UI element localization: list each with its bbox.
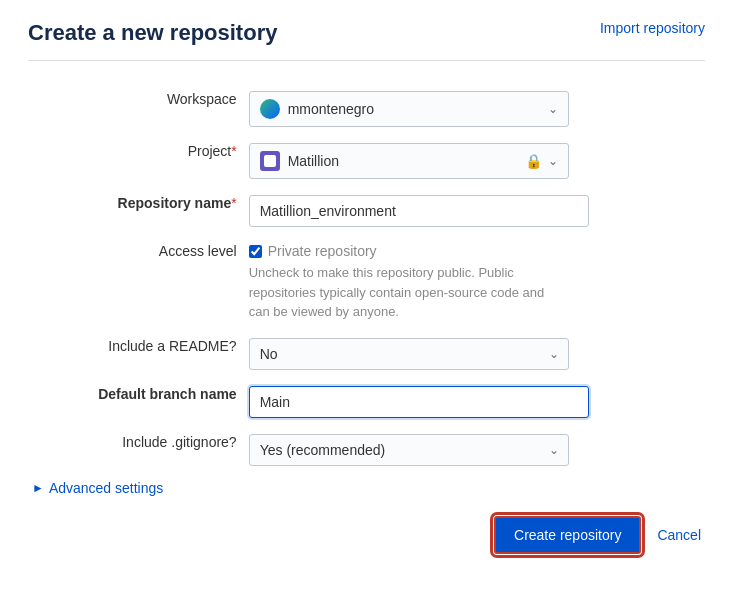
- project-row: Project* Matillion 🔒 ⌄: [28, 135, 705, 187]
- private-repo-row: Private repository: [249, 243, 377, 259]
- access-control: Private repository Uncheck to make this …: [243, 235, 705, 330]
- project-icon-inner: [264, 155, 276, 167]
- access-label-cell: Access level: [28, 235, 243, 330]
- workspace-label: Workspace: [28, 83, 243, 135]
- workspace-control: mmontenegro ⌄: [243, 83, 705, 135]
- create-repo-page: Create a new repository Import repositor…: [0, 0, 733, 582]
- project-chevron-icon: ⌄: [548, 154, 558, 168]
- private-repo-label[interactable]: Private repository: [268, 243, 377, 259]
- readme-row: Include a README? No Yes ⌄: [28, 330, 705, 378]
- repo-name-input[interactable]: [249, 195, 589, 227]
- form-footer: Create repository Cancel: [28, 516, 705, 554]
- create-repo-form: Workspace mmontenegro ⌄ Project*: [28, 83, 705, 554]
- access-level-row: Access level Private repository Uncheck …: [28, 235, 705, 330]
- project-value: Matillion: [288, 153, 525, 169]
- project-required-mark: *: [231, 143, 236, 159]
- project-icon: [260, 151, 280, 171]
- project-control: Matillion 🔒 ⌄: [243, 135, 705, 187]
- readme-label-cell: Include a README?: [28, 330, 243, 378]
- gitignore-control: Yes (recommended) No ⌄: [243, 426, 705, 474]
- repo-name-control: [243, 187, 705, 235]
- workspace-value: mmontenegro: [288, 101, 548, 117]
- readme-dropdown-wrapper: No Yes ⌄: [249, 338, 569, 370]
- readme-select[interactable]: No Yes: [249, 338, 569, 370]
- cancel-button[interactable]: Cancel: [653, 518, 705, 552]
- readme-control: No Yes ⌄: [243, 330, 705, 378]
- import-repository-link[interactable]: Import repository: [600, 20, 705, 36]
- repo-name-required-mark: *: [231, 195, 236, 211]
- gitignore-label-cell: Include .gitignore?: [28, 426, 243, 474]
- form-table: Workspace mmontenegro ⌄ Project*: [28, 83, 705, 474]
- gitignore-row: Include .gitignore? Yes (recommended) No…: [28, 426, 705, 474]
- advanced-settings-toggle[interactable]: ► Advanced settings: [32, 480, 705, 496]
- project-label-cell: Project*: [28, 135, 243, 187]
- branch-row: Default branch name: [28, 378, 705, 426]
- workspace-chevron-icon: ⌄: [548, 102, 558, 116]
- private-repo-checkbox[interactable]: [249, 245, 262, 258]
- workspace-dropdown[interactable]: mmontenegro ⌄: [249, 91, 569, 127]
- page-title: Create a new repository: [28, 20, 277, 46]
- access-description: Uncheck to make this repository public. …: [249, 263, 569, 322]
- repo-name-row: Repository name*: [28, 187, 705, 235]
- create-repository-button[interactable]: Create repository: [494, 516, 641, 554]
- gitignore-dropdown-wrapper: Yes (recommended) No ⌄: [249, 434, 569, 466]
- workspace-avatar-icon: [260, 99, 280, 119]
- project-dropdown[interactable]: Matillion 🔒 ⌄: [249, 143, 569, 179]
- workspace-row: Workspace mmontenegro ⌄: [28, 83, 705, 135]
- branch-control: [243, 378, 705, 426]
- lock-icon: 🔒: [525, 153, 542, 169]
- branch-label-cell: Default branch name: [28, 378, 243, 426]
- gitignore-select[interactable]: Yes (recommended) No: [249, 434, 569, 466]
- branch-name-input[interactable]: [249, 386, 589, 418]
- page-header: Create a new repository Import repositor…: [28, 20, 705, 61]
- advanced-settings-label: Advanced settings: [49, 480, 163, 496]
- advanced-chevron-icon: ►: [32, 481, 44, 495]
- repo-name-label-cell: Repository name*: [28, 187, 243, 235]
- access-options: Private repository Uncheck to make this …: [249, 243, 699, 322]
